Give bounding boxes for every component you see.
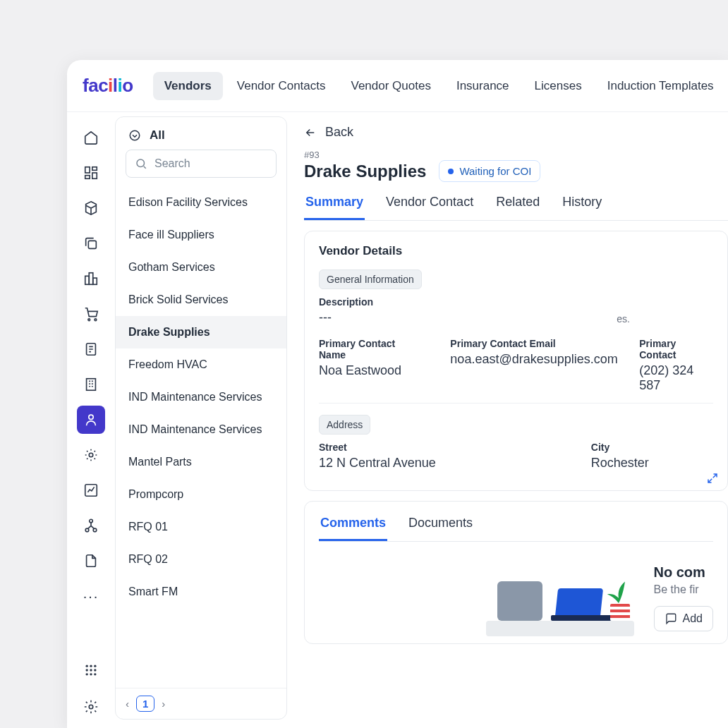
svg-point-18 <box>86 665 88 667</box>
detail-tabs: Summary Vendor Contact Related History <box>304 192 728 221</box>
rail-receipt-icon[interactable] <box>77 335 105 363</box>
record-id: #93 <box>304 150 728 160</box>
svg-point-15 <box>90 519 93 523</box>
list-item[interactable]: Freedom HVAC <box>116 348 286 381</box>
nav-tabs: Vendors Vendor Contacts Vendor Quotes In… <box>153 72 725 100</box>
card-title: Vendor Details <box>319 244 713 258</box>
svg-point-23 <box>94 669 96 671</box>
svg-point-26 <box>94 673 96 675</box>
street-value: 12 N Central Avenue <box>319 456 436 471</box>
svg-rect-3 <box>85 176 90 179</box>
filter-all-label: All <box>150 128 165 142</box>
tab-summary[interactable]: Summary <box>304 192 365 220</box>
rail-gear-icon[interactable] <box>77 441 105 469</box>
svg-point-9 <box>95 319 97 321</box>
rail-more-icon[interactable]: ··· <box>77 582 105 610</box>
list-item[interactable]: Drake Supplies <box>116 316 286 348</box>
rail-tree-icon[interactable] <box>77 511 105 540</box>
empty-comments-illustration <box>486 559 634 636</box>
contact-phone-value: (202) 324 587 <box>639 363 713 393</box>
rail-file-icon[interactable] <box>77 547 105 575</box>
back-label: Back <box>325 125 353 140</box>
contact-phone-label: Primary Contact <box>639 338 713 360</box>
list-item[interactable]: IND Maintenance Services <box>116 381 286 413</box>
svg-point-19 <box>90 665 92 667</box>
list-item[interactable]: Edison Facility Services <box>116 186 286 219</box>
empty-subtitle: Be the fir <box>654 583 713 596</box>
svg-point-22 <box>90 669 92 671</box>
svg-point-13 <box>89 453 93 457</box>
description-value: --- <box>319 310 713 325</box>
add-comment-button[interactable]: Add <box>654 606 713 631</box>
rail-chart-icon[interactable] <box>77 476 105 504</box>
list-item[interactable]: RFQ 02 <box>116 543 286 576</box>
rail-cube-icon[interactable] <box>77 194 105 222</box>
list-item[interactable]: RFQ 01 <box>116 511 286 543</box>
svg-rect-4 <box>88 241 96 248</box>
description-label: Description <box>319 296 713 308</box>
expand-icon[interactable] <box>706 472 719 485</box>
list-item[interactable]: Gotham Services <box>116 251 286 284</box>
filter-chevron-icon[interactable] <box>128 129 141 142</box>
svg-rect-2 <box>92 173 97 178</box>
svg-point-24 <box>86 673 88 675</box>
record-title: Drake Supplies <box>304 162 426 181</box>
search-input[interactable]: Search <box>126 150 277 178</box>
back-button[interactable]: Back <box>304 125 728 140</box>
svg-point-8 <box>88 319 90 321</box>
arrow-left-icon <box>304 126 317 139</box>
page-current[interactable]: 1 <box>136 696 154 712</box>
rail-building-icon[interactable] <box>77 370 105 399</box>
nav-vendors[interactable]: Vendors <box>153 72 223 100</box>
nav-vendor-quotes[interactable]: Vendor Quotes <box>340 72 442 100</box>
pagination: ‹ 1 › <box>116 688 286 719</box>
svg-rect-11 <box>87 379 96 391</box>
tab-related[interactable]: Related <box>495 192 541 220</box>
section-general-chip: General Information <box>319 269 422 289</box>
page-prev[interactable]: ‹ <box>126 698 129 710</box>
nav-induction-templates[interactable]: Induction Templates <box>596 72 725 100</box>
nav-insurance[interactable]: Insurance <box>445 72 521 100</box>
search-placeholder: Search <box>154 157 190 170</box>
page-next[interactable]: › <box>162 698 165 710</box>
contact-email-value: noa.east@drakesupplies.com <box>450 352 607 367</box>
tab-history[interactable]: History <box>561 192 603 220</box>
email-truncation-hint: es. <box>617 313 630 324</box>
tab-vendor-contact[interactable]: Vendor Contact <box>384 192 475 220</box>
vendor-details-card: Vendor Details General Information Descr… <box>304 231 728 491</box>
tab-comments[interactable]: Comments <box>319 513 387 541</box>
nav-licenses[interactable]: Licenses <box>523 72 593 100</box>
list-item[interactable]: IND Maintenance Services <box>116 413 286 446</box>
list-item[interactable]: Mantel Parts <box>116 446 286 478</box>
status-dot-icon <box>448 169 454 174</box>
empty-title: No com <box>654 564 713 581</box>
list-item[interactable]: Smart FM <box>116 576 286 608</box>
nav-vendor-contacts[interactable]: Vendor Contacts <box>226 72 337 100</box>
comments-card: Comments Documents No com Be the fir <box>304 501 728 644</box>
list-item[interactable]: Prompcorp <box>116 478 286 511</box>
contact-name-label: Primary Contact Name <box>319 338 418 360</box>
rail-copy-icon[interactable] <box>77 229 105 257</box>
svg-point-21 <box>86 669 88 671</box>
svg-rect-7 <box>93 278 97 284</box>
rail-settings-icon[interactable] <box>77 693 105 721</box>
status-badge: Waiting for COI <box>439 160 540 182</box>
svg-rect-0 <box>85 167 90 173</box>
vendor-list-panel: All Search Edison Facility ServicesFace … <box>115 116 287 720</box>
list-item[interactable]: Brick Solid Services <box>116 284 286 316</box>
rail-dashboard-icon[interactable] <box>77 159 105 187</box>
rail-home-icon[interactable] <box>77 123 105 152</box>
rail-apps-icon[interactable] <box>77 656 105 684</box>
app-logo: facilio <box>83 75 133 97</box>
rail-buildings-icon[interactable] <box>77 265 105 293</box>
svg-point-20 <box>94 665 96 667</box>
rail-vendors-icon[interactable] <box>77 406 105 434</box>
list-item[interactable]: Face ill Suppliers <box>116 219 286 251</box>
add-comment-label: Add <box>683 612 703 625</box>
contact-email-label: Primary Contact Email <box>450 338 607 349</box>
svg-point-27 <box>89 705 93 709</box>
rail-cart-icon[interactable] <box>77 300 105 328</box>
street-label: Street <box>319 442 436 453</box>
search-icon <box>135 157 147 170</box>
tab-documents[interactable]: Documents <box>407 513 474 541</box>
